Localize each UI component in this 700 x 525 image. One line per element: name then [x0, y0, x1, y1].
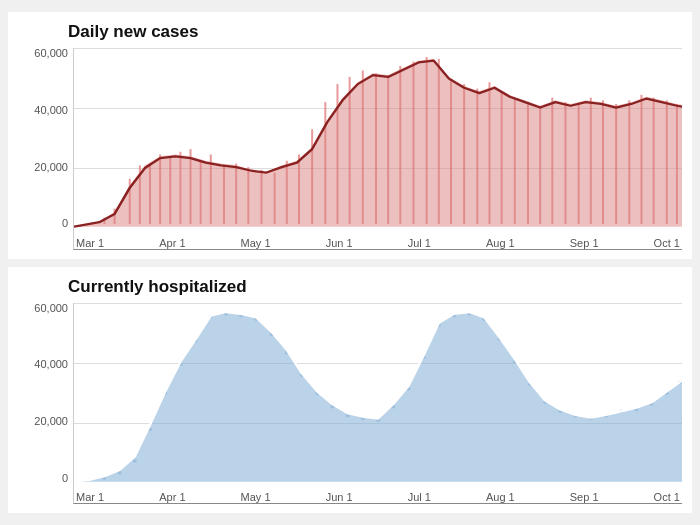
hosp-fill: [74, 312, 682, 482]
x-label-jul: Jul 1: [408, 237, 431, 249]
y-label-40k-hosp: 40,000: [34, 359, 68, 370]
x-label-oct: Oct 1: [654, 237, 680, 249]
hosp-inner: Mar 1 Apr 1 May 1 Jun 1 Jul 1 Aug 1 Sep …: [73, 303, 682, 505]
y-label-60k-cases: 60,000: [34, 48, 68, 59]
daily-cases-area: 60,000 40,000 20,000 0: [18, 48, 682, 250]
y-label-20k-cases: 20,000: [34, 162, 68, 173]
x-label-may: May 1: [241, 237, 271, 249]
hosp-svg: [74, 303, 682, 484]
y-label-0-cases: 0: [62, 218, 68, 229]
hx-label-mar: Mar 1: [76, 491, 104, 503]
hx-label-may: May 1: [241, 491, 271, 503]
x-label-apr: Apr 1: [159, 237, 185, 249]
daily-cases-chart: Daily new cases 60,000 40,000 20,000 0: [8, 12, 692, 259]
daily-cases-y-axis: 60,000 40,000 20,000 0: [18, 48, 73, 250]
hx-label-jul: Jul 1: [408, 491, 431, 503]
daily-cases-inner: Mar 1 Apr 1 May 1 Jun 1 Jul 1 Aug 1 Sep …: [73, 48, 682, 250]
hx-label-apr: Apr 1: [159, 491, 185, 503]
x-label-aug: Aug 1: [486, 237, 515, 249]
hospitalized-title: Currently hospitalized: [68, 277, 682, 297]
hx-label-jun: Jun 1: [326, 491, 353, 503]
daily-cases-title: Daily new cases: [68, 22, 682, 42]
hospitalized-chart: Currently hospitalized 60,000 40,000 20,…: [8, 267, 692, 514]
y-label-0-hosp: 0: [62, 473, 68, 484]
cases-fill: [74, 59, 682, 227]
daily-cases-x-axis: Mar 1 Apr 1 May 1 Jun 1 Jul 1 Aug 1 Sep …: [74, 229, 682, 249]
x-label-mar: Mar 1: [76, 237, 104, 249]
cases-svg: [74, 48, 682, 229]
hx-label-sep: Sep 1: [570, 491, 599, 503]
y-label-60k-hosp: 60,000: [34, 303, 68, 314]
hospitalized-area: 60,000 40,000 20,000 0: [18, 303, 682, 505]
hosp-y-axis: 60,000 40,000 20,000 0: [18, 303, 73, 505]
x-label-jun: Jun 1: [326, 237, 353, 249]
hx-label-aug: Aug 1: [486, 491, 515, 503]
hx-label-oct: Oct 1: [654, 491, 680, 503]
hosp-x-axis: Mar 1 Apr 1 May 1 Jun 1 Jul 1 Aug 1 Sep …: [74, 483, 682, 503]
dashboard: Daily new cases 60,000 40,000 20,000 0: [0, 0, 700, 525]
x-label-sep: Sep 1: [570, 237, 599, 249]
y-label-20k-hosp: 20,000: [34, 416, 68, 427]
y-label-40k-cases: 40,000: [34, 105, 68, 116]
